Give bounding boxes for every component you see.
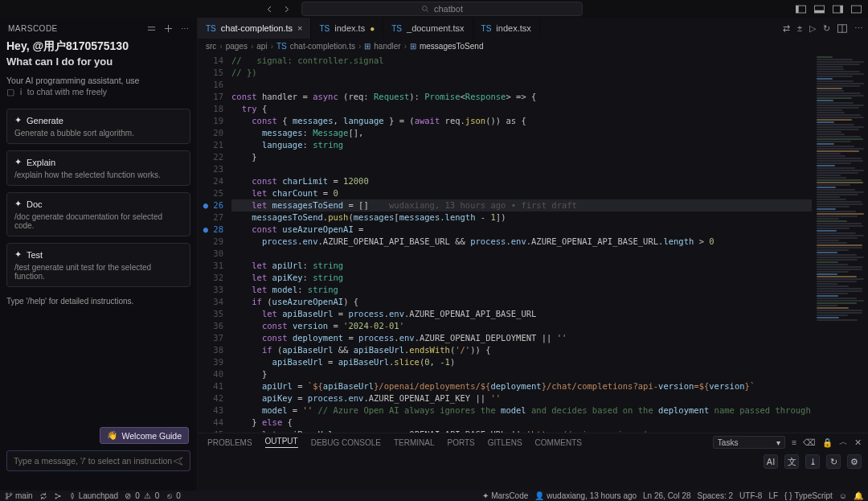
more-icon[interactable]: ⋯ xyxy=(181,24,190,33)
close-icon[interactable]: × xyxy=(297,23,302,33)
panel-tab-output[interactable]: OUTPUT xyxy=(265,437,298,448)
search-label: chatbot xyxy=(434,4,463,14)
sparkle-icon: ✦ xyxy=(14,157,22,167)
symbol-icon: ⊞ xyxy=(364,42,371,51)
panel-chip-refresh-icon[interactable]: ↻ xyxy=(826,454,841,469)
line-number-gutter: 141516171819202122232425● 2627● 28293031… xyxy=(198,53,231,433)
chevron-up-icon[interactable]: ︿ xyxy=(839,437,848,448)
panel-tab-ports[interactable]: PORTS xyxy=(448,438,475,447)
chat-input-wrapper xyxy=(6,450,190,471)
status-blame[interactable]: 👤 wudaxiang, 13 hours ago xyxy=(534,491,637,500)
status-feedback-icon[interactable]: ☺ xyxy=(839,491,847,500)
layout-primary-sidebar-icon[interactable] xyxy=(796,5,806,14)
ts-file-icon: TS xyxy=(206,24,216,33)
panel-tab-debug-console[interactable]: DEBUG CONSOLE xyxy=(311,438,381,447)
panel-chip-gear-icon[interactable]: ⚙ xyxy=(847,454,862,469)
svg-point-0 xyxy=(423,6,428,11)
panel-tab-gitlens[interactable]: GITLENS xyxy=(488,438,522,447)
ts-file-icon: TS xyxy=(319,24,330,33)
output-channel-select[interactable]: Tasks ▾ xyxy=(713,436,785,449)
layout-customize-icon[interactable] xyxy=(851,5,862,14)
command-search[interactable]: chatbot xyxy=(301,2,583,16)
card-test[interactable]: ✦Test /test generate unit test for the s… xyxy=(6,243,190,287)
nav-forward-icon[interactable] xyxy=(282,5,291,14)
status-problems[interactable]: ⊘0 ⚠0 xyxy=(125,491,161,500)
svg-point-10 xyxy=(10,493,12,495)
symbol-icon: ⊞ xyxy=(410,42,416,51)
panel-chip-ai-icon[interactable]: AI xyxy=(764,454,778,469)
cursor-icon: Ꭵ xyxy=(20,87,22,97)
git-compare-icon[interactable]: ⇄ xyxy=(783,23,790,34)
panel-chip-download-icon[interactable]: ⤓ xyxy=(805,454,820,469)
tab-index-ts[interactable]: TSindex.ts● xyxy=(311,18,383,39)
modified-dot-icon: ● xyxy=(370,24,375,33)
ts-file-icon: TS xyxy=(481,24,492,33)
status-branch[interactable]: main xyxy=(5,491,33,500)
sparkle-icon: ✦ xyxy=(14,199,22,209)
ts-file-icon: TS xyxy=(276,42,287,51)
assist-line-1: Your AI programming assistant, use xyxy=(6,76,190,85)
breadcrumb-segment[interactable]: handler xyxy=(374,42,400,51)
breadcrumb-segment[interactable]: src xyxy=(206,42,216,51)
editor-tabs: TSchat-completion.ts×TSindex.ts●TS_docum… xyxy=(198,18,868,39)
status-graph-icon[interactable] xyxy=(54,492,62,500)
breadcrumb-segment[interactable]: pages xyxy=(226,42,248,51)
status-bar: main Launchpad ⊘0 ⚠0 ⎋0 ✦ MarsCode 👤 wud… xyxy=(0,491,868,501)
sidebar-brand: MARSCODE xyxy=(8,24,58,33)
panel-close-icon[interactable]: ✕ xyxy=(854,437,862,447)
tab-index-tsx[interactable]: TSindex.tsx xyxy=(473,18,540,39)
run-icon[interactable]: ▷ xyxy=(809,23,816,34)
sparkle-icon: ✦ xyxy=(14,115,22,125)
status-encoding[interactable]: UTF-8 xyxy=(739,491,762,500)
breadcrumb[interactable]: src›pages›api›TS chat-completion.ts›⊞ ha… xyxy=(198,39,868,53)
chat-input[interactable] xyxy=(14,456,173,466)
assist-line-2: to chat with me freely xyxy=(27,87,107,97)
greeting: Hey, @用户8170575130 xyxy=(6,39,190,54)
status-eol[interactable]: LF xyxy=(768,491,778,500)
status-product[interactable]: ✦ MarsCode xyxy=(482,491,528,500)
send-icon[interactable] xyxy=(173,457,183,466)
new-chat-icon[interactable] xyxy=(164,24,173,33)
breadcrumb-segment[interactable]: chat-completion.ts xyxy=(290,42,355,51)
status-ports[interactable]: ⎋0 xyxy=(167,491,182,500)
svg-rect-6 xyxy=(840,6,842,13)
layout-secondary-sidebar-icon[interactable] xyxy=(833,5,843,14)
wave-icon: 👋 xyxy=(107,430,117,441)
expand-icon[interactable] xyxy=(147,24,156,33)
status-sync[interactable] xyxy=(39,492,47,500)
card-explain[interactable]: ✦Explain /explain how the selected funct… xyxy=(6,150,190,186)
chat-box-icon: ▢ xyxy=(6,87,14,97)
nav-back-icon[interactable] xyxy=(265,5,274,14)
welcome-guide-button[interactable]: 👋 Welcome Guide xyxy=(100,427,189,444)
lock-icon[interactable]: 🔒 xyxy=(822,437,833,448)
card-doc[interactable]: ✦Doc /doc generate documentation for sel… xyxy=(6,192,190,236)
breadcrumb-segment[interactable]: messagesToSend xyxy=(420,42,484,51)
help-line: Type '/help' for detailed instructions. xyxy=(6,297,190,306)
status-bell-icon[interactable]: 🔔 xyxy=(854,491,863,500)
split-icon[interactable] xyxy=(837,24,847,33)
panel-tab-comments[interactable]: COMMENTS xyxy=(535,438,582,447)
chevron-down-icon: ▾ xyxy=(776,438,780,447)
status-lang[interactable]: { } TypeScript xyxy=(784,491,833,500)
status-spaces[interactable]: Spaces: 2 xyxy=(698,491,733,500)
layout-panel-icon[interactable] xyxy=(814,5,825,14)
svg-rect-2 xyxy=(796,6,798,13)
sparkle-icon: ✦ xyxy=(14,249,22,260)
minimap[interactable] xyxy=(812,53,868,433)
filter-icon[interactable]: ≡ xyxy=(792,437,796,447)
status-ln-col[interactable]: Ln 26, Col 28 xyxy=(643,491,691,500)
panel-tab-problems[interactable]: PROBLEMS xyxy=(207,438,252,447)
diff-icon[interactable]: ± xyxy=(797,23,802,33)
breadcrumb-segment[interactable]: api xyxy=(256,42,267,51)
clear-icon[interactable]: ⌫ xyxy=(803,437,816,447)
panel-tab-terminal[interactable]: TERMINAL xyxy=(394,438,435,447)
card-generate[interactable]: ✦Generate Generate a bubble sort algorit… xyxy=(6,109,190,144)
tab-more-icon[interactable]: ⋯ xyxy=(854,23,863,34)
status-launchpad[interactable]: Launchpad xyxy=(68,491,119,500)
panel-chip-translate-icon[interactable]: 文 xyxy=(784,454,799,469)
refresh-icon[interactable]: ↻ xyxy=(823,23,830,34)
search-icon xyxy=(421,5,429,13)
tab-chat-completion-ts[interactable]: TSchat-completion.ts× xyxy=(198,18,311,39)
code-view[interactable]: // signal: controller.signal// }) const … xyxy=(231,53,868,433)
tab-_document-tsx[interactable]: TS_document.tsx xyxy=(383,18,473,39)
